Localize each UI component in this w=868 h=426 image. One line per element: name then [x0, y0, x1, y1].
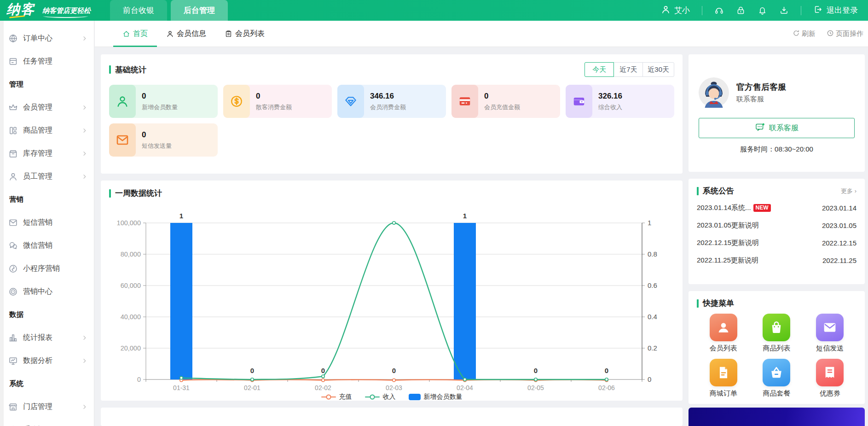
- svg-text:60,000: 60,000: [121, 282, 141, 289]
- sidebar-section-system: 系统: [0, 372, 94, 395]
- lock-icon[interactable]: [736, 6, 746, 15]
- svg-text:01-31: 01-31: [173, 384, 190, 391]
- monitor-icon: [8, 356, 18, 366]
- notice-row[interactable]: 2022.11.25更新说明2022.11.25: [697, 251, 856, 269]
- sidebar-item-label: 营销中心: [23, 287, 52, 297]
- sidebar-item-label: 员工管理: [23, 172, 52, 181]
- svg-text:20,000: 20,000: [121, 344, 141, 352]
- sidebar-item-task-manage[interactable]: 任务管理: [0, 50, 94, 73]
- quick-coupons[interactable]: 优惠券: [816, 359, 844, 398]
- bell-icon[interactable]: [758, 6, 767, 15]
- stat-label: 会员充值金额: [484, 103, 520, 111]
- box-icon: [8, 149, 18, 158]
- chart-icon: [8, 333, 18, 343]
- stat-value: 0: [484, 92, 520, 101]
- quick-sms-send[interactable]: 短信发送: [816, 314, 844, 353]
- notice-more-link[interactable]: 更多 ›: [841, 187, 856, 195]
- stat-card: 0散客消费金额: [223, 85, 332, 118]
- tab-member-list[interactable]: 会员列表: [215, 21, 274, 47]
- sidebar-item-order-center[interactable]: 订单中心: [0, 27, 94, 50]
- legend-label: 收入: [383, 393, 396, 401]
- quick-mall-orders[interactable]: 商城订单: [710, 359, 737, 398]
- header-actions: 艾小 退出登录: [661, 5, 868, 17]
- quick-goods-combo[interactable]: 商品套餐: [763, 359, 790, 398]
- sidebar-item-store-manage[interactable]: 门店管理: [0, 395, 94, 418]
- person-icon: [166, 30, 174, 38]
- period-button-今天[interactable]: 今天: [584, 62, 614, 77]
- sidebar-section-manage: 管理: [0, 73, 94, 96]
- svg-text:0: 0: [321, 367, 325, 374]
- sidebar-scrollbar[interactable]: [0, 21, 4, 426]
- notice-item-title: 2023.01.14系统...: [697, 204, 751, 212]
- gem-icon: [337, 85, 364, 118]
- quick-goods-list[interactable]: 商品列表: [763, 314, 790, 353]
- next-card-cut: [101, 408, 683, 426]
- user-menu[interactable]: 艾小: [661, 5, 690, 17]
- quick-menu-grid: 会员列表商品列表短信发送商城订单商品套餐优惠券: [697, 314, 856, 398]
- sidebar-item-label: 小程序营销: [23, 264, 60, 274]
- svg-text:40,000: 40,000: [121, 313, 141, 321]
- sidebar: 订单中心任务管理管理会员管理商品管理库存管理员工管理营销短信营销微信营销小程序营…: [0, 21, 94, 426]
- sidebar-item-stock-manage[interactable]: 库存管理: [0, 142, 94, 165]
- chevron-right-icon: [81, 404, 87, 410]
- service-subtitle: 联系客服: [736, 95, 786, 104]
- header-tab-front-cashier[interactable]: 前台收银: [110, 0, 167, 21]
- notice-row[interactable]: 2023.01.14系统...NEW2023.01.14: [697, 199, 856, 216]
- page-tab-label: 首页: [133, 29, 148, 39]
- sidebar-item-marketing-center[interactable]: 营销中心: [0, 280, 94, 303]
- sidebar-item-goods-manage[interactable]: 商品管理: [0, 119, 94, 142]
- quick-member-list[interactable]: 会员列表: [710, 314, 737, 353]
- contact-service-button[interactable]: 联系客服: [699, 118, 855, 138]
- chevron-right-icon: [81, 174, 87, 180]
- notice-row[interactable]: 2022.12.15更新说明2022.12.15: [697, 234, 856, 251]
- target-icon: [8, 287, 18, 297]
- legend-item-line[interactable]: 收入: [365, 393, 396, 401]
- period-button-近7天[interactable]: 近7天: [613, 62, 643, 77]
- divider: [702, 6, 702, 15]
- sidebar-item-member-manage[interactable]: 会员管理: [0, 96, 94, 119]
- legend-item-bar[interactable]: 新增会员数量: [409, 393, 463, 401]
- svg-text:0: 0: [648, 375, 651, 383]
- legend-item-line[interactable]: 充值: [321, 393, 352, 401]
- tab-home[interactable]: 首页: [113, 21, 157, 47]
- sidebar-item-data-analysis[interactable]: 数据分析: [0, 349, 94, 372]
- headset-icon[interactable]: [714, 6, 724, 15]
- mail2-icon: [109, 123, 136, 157]
- header-tab-backend-admin[interactable]: 后台管理: [171, 0, 228, 21]
- page-ops-button[interactable]: 页面操作: [827, 29, 863, 38]
- svg-text:0: 0: [392, 367, 396, 374]
- sidebar-item-label: 微信营销: [23, 241, 52, 251]
- basic-stats-title: 基础统计: [115, 64, 146, 75]
- period-button-近30天[interactable]: 近30天: [642, 62, 674, 77]
- logout-button[interactable]: 退出登录: [813, 5, 858, 17]
- notice-item-date: 2022.11.25: [818, 257, 856, 264]
- new-badge: NEW: [753, 204, 771, 212]
- period-toggle: 今天近7天近30天: [584, 62, 674, 77]
- user-icon: [710, 314, 737, 341]
- svg-text:1: 1: [179, 212, 183, 220]
- tab-member-info[interactable]: 会员信息: [157, 21, 215, 47]
- svg-text:02-04: 02-04: [457, 384, 473, 391]
- sidebar-section-marketing: 营销: [0, 188, 94, 211]
- notice-row[interactable]: 2023.01.05更新说明2023.01.05: [697, 216, 856, 234]
- promo-banner-cut: [689, 408, 865, 426]
- sidebar-item-wechat-marketing[interactable]: 微信营销: [0, 234, 94, 257]
- stat-card: 0会员充值金额: [451, 85, 560, 118]
- app-header: 纳客 纳客管店更轻松 前台收银后台管理 艾小 退出登录: [0, 0, 868, 21]
- stat-label: 短信发送量: [142, 142, 172, 150]
- download-icon[interactable]: [779, 6, 789, 15]
- sidebar-item-system-settings[interactable]: 系统设置: [0, 418, 94, 426]
- svg-text:0.2: 0.2: [648, 344, 657, 352]
- refresh-button[interactable]: 刷新: [793, 29, 816, 38]
- bag-icon: [763, 314, 790, 341]
- customer-service-card: 官方售后客服 联系客服 联系客服 服务时间：08:30~20:00: [689, 54, 865, 172]
- sidebar-item-staff-manage[interactable]: 员工管理: [0, 165, 94, 188]
- sidebar-item-sms-marketing[interactable]: 短信营销: [0, 211, 94, 234]
- service-hours: 服务时间：08:30~20:00: [699, 145, 855, 154]
- sidebar-item-report[interactable]: 统计报表: [0, 326, 94, 349]
- section-accent-bar: [697, 299, 699, 308]
- mail-icon: [816, 314, 844, 341]
- strip-actions: 刷新 页面操作: [793, 21, 863, 47]
- sidebar-item-label: 库存管理: [23, 149, 52, 158]
- sidebar-item-miniapp-marketing[interactable]: 小程序营销: [0, 257, 94, 280]
